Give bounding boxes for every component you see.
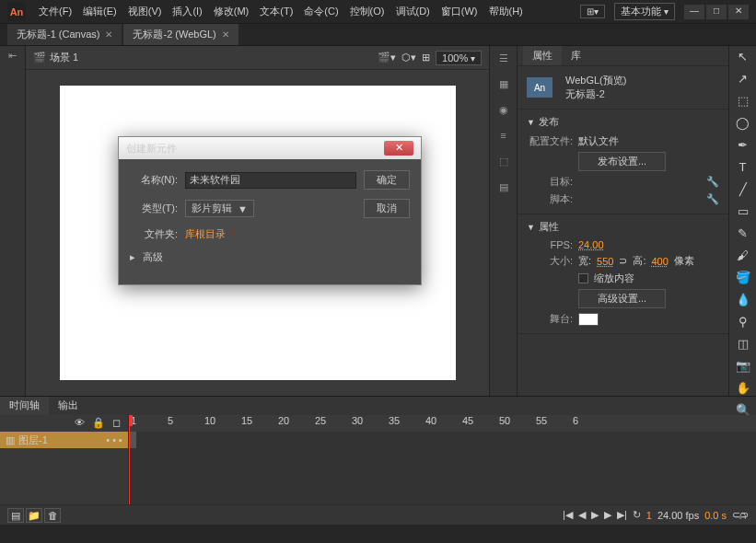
layer-row[interactable]: ▥ 图层-1 • • ▪ bbox=[0, 432, 128, 448]
swatches-icon[interactable]: ▦ bbox=[495, 75, 512, 92]
stage-color-swatch[interactable] bbox=[578, 313, 599, 326]
frame-ruler[interactable]: 15101520253035404550556 bbox=[129, 415, 756, 432]
symbol-type-select[interactable]: 影片剪辑▼ bbox=[185, 200, 254, 217]
outline-icon[interactable]: ◻ bbox=[112, 417, 121, 430]
advanced-toggle[interactable]: 高级 bbox=[143, 250, 163, 264]
ink-tool-icon[interactable]: 💧 bbox=[735, 293, 751, 306]
properties-panel: 属性 库 An WebGL(预览) 无标题-2 ▼发布 配置文件:默认文件 发布… bbox=[517, 46, 728, 396]
workspace-selector[interactable]: 基本功能 ▾ bbox=[614, 3, 675, 20]
wrench-icon[interactable]: 🔧 bbox=[706, 176, 719, 188]
minimize-button[interactable]: — bbox=[684, 5, 704, 19]
symbol-icon[interactable]: ⬡▾ bbox=[401, 52, 416, 64]
components-icon[interactable]: ▤ bbox=[495, 179, 512, 195]
delete-layer-button[interactable]: 🗑 bbox=[44, 508, 61, 523]
selection-tool-icon[interactable]: ↖ bbox=[735, 50, 751, 64]
eyedropper-tool-icon[interactable]: ⚲ bbox=[735, 315, 751, 329]
menu-insert[interactable]: 插入(I) bbox=[169, 3, 205, 20]
lock-icon[interactable]: 🔒 bbox=[92, 417, 105, 430]
menu-file[interactable]: 文件(F) bbox=[35, 3, 76, 20]
line-tool-icon[interactable]: ╱ bbox=[735, 182, 751, 196]
color-icon[interactable]: ◉ bbox=[495, 101, 512, 118]
advanced-settings-button[interactable]: 高级设置... bbox=[578, 289, 666, 308]
collapse-icon[interactable]: ▼ bbox=[527, 223, 535, 232]
height-input[interactable]: 400 bbox=[651, 256, 668, 267]
scale-checkbox[interactable] bbox=[578, 273, 588, 283]
mid-toolbar: ☰ ▦ ◉ ≡ ⬚ ▤ bbox=[489, 46, 517, 396]
tab-timeline[interactable]: 时间轴 bbox=[0, 397, 49, 415]
menu-control[interactable]: 控制(O) bbox=[346, 3, 389, 20]
frame-track[interactable] bbox=[129, 432, 756, 448]
keyframe[interactable] bbox=[129, 432, 136, 448]
close-icon[interactable]: ✕ bbox=[105, 29, 112, 40]
align-icon[interactable]: ☰ bbox=[495, 50, 512, 66]
tab-doc1[interactable]: 无标题-1 (Canvas)✕ bbox=[7, 24, 122, 45]
create-symbol-dialog: 创建新元件 ✕ 名称(N): 确定 类型(T): 影片剪辑▼ 取消 文件夹: 库… bbox=[118, 136, 422, 285]
search-icon[interactable]: ⊞▾ bbox=[580, 5, 605, 18]
edit-scene-icon[interactable]: 🎬▾ bbox=[378, 52, 396, 64]
width-input[interactable]: 550 bbox=[597, 256, 613, 267]
ok-button[interactable]: 确定 bbox=[364, 170, 410, 190]
fps-input[interactable]: 24.00 bbox=[578, 239, 604, 250]
rectangle-tool-icon[interactable]: ▭ bbox=[735, 204, 751, 218]
tools-panel: ↖ ↗ ⬚ ◯ ✒ T ╱ ▭ ✎ 🖌 🪣 💧 ⚲ ◫ 📷 ✋ 🔍 ✎ ▬ ⇄ … bbox=[728, 46, 756, 396]
menu-view[interactable]: 视图(V) bbox=[124, 3, 166, 20]
playhead[interactable] bbox=[129, 415, 130, 504]
frames-area[interactable]: 15101520253035404550556 bbox=[129, 415, 756, 504]
onion-skin-button[interactable]: ⊂⊃ bbox=[732, 509, 749, 521]
tab-library[interactable]: 库 bbox=[562, 46, 590, 65]
menu-modify[interactable]: 修改(M) bbox=[210, 3, 253, 20]
menu-text[interactable]: 文本(T) bbox=[256, 3, 297, 20]
frame-indicator[interactable]: 1 bbox=[646, 510, 652, 521]
prev-frame-button[interactable]: ◀ bbox=[578, 509, 586, 521]
publish-settings-button[interactable]: 发布设置... bbox=[578, 152, 666, 171]
tab-output[interactable]: 输出 bbox=[49, 397, 87, 415]
folder-label: 文件夹: bbox=[130, 227, 178, 241]
window-controls: ⊞▾ 基本功能 ▾ — □ ✕ bbox=[580, 3, 749, 20]
collapse-icon[interactable]: ⇤ bbox=[8, 50, 17, 62]
info-icon[interactable]: ≡ bbox=[495, 127, 512, 144]
hand-tool-icon[interactable]: ✋ bbox=[735, 381, 751, 395]
eraser-tool-icon[interactable]: ◫ bbox=[735, 337, 751, 351]
maximize-button[interactable]: □ bbox=[706, 5, 727, 19]
close-button[interactable]: ✕ bbox=[728, 5, 749, 19]
next-frame-button[interactable]: ▶ bbox=[604, 509, 611, 521]
pencil-tool-icon[interactable]: ✎ bbox=[735, 226, 751, 240]
brush-tool-icon[interactable]: 🖌 bbox=[735, 248, 751, 262]
lasso-tool-icon[interactable]: ◯ bbox=[735, 116, 751, 130]
dialog-close-button[interactable]: ✕ bbox=[384, 141, 413, 156]
play-button[interactable]: ▶ bbox=[591, 509, 599, 521]
menu-debug[interactable]: 调试(D) bbox=[392, 3, 434, 20]
transform-tool-icon[interactable]: ⬚ bbox=[735, 94, 751, 108]
zoom-selector[interactable]: 100% ▾ bbox=[436, 51, 482, 65]
loop-button[interactable]: ↻ bbox=[633, 509, 641, 521]
folder-link[interactable]: 库根目录 bbox=[185, 227, 226, 241]
layer-name[interactable]: 图层-1 bbox=[18, 433, 48, 447]
dialog-titlebar[interactable]: 创建新元件 ✕ bbox=[119, 137, 421, 159]
pen-tool-icon[interactable]: ✒ bbox=[735, 138, 751, 152]
new-folder-button[interactable]: 📁 bbox=[26, 508, 42, 523]
link-icon[interactable]: ⊃ bbox=[619, 255, 627, 267]
scene-name[interactable]: 场景 1 bbox=[50, 51, 78, 64]
eye-icon[interactable]: 👁 bbox=[75, 417, 85, 430]
collapse-icon[interactable]: ▼ bbox=[527, 118, 535, 127]
text-tool-icon[interactable]: T bbox=[735, 160, 751, 174]
first-frame-button[interactable]: |◀ bbox=[563, 509, 573, 521]
menu-window[interactable]: 窗口(W) bbox=[437, 3, 482, 20]
wrench-icon[interactable]: 🔧 bbox=[706, 193, 719, 205]
menu-edit[interactable]: 编辑(E) bbox=[79, 3, 121, 20]
last-frame-button[interactable]: ▶| bbox=[617, 509, 627, 521]
camera-tool-icon[interactable]: 📷 bbox=[735, 359, 751, 373]
center-icon[interactable]: ⊞ bbox=[422, 52, 430, 64]
symbol-name-input[interactable] bbox=[185, 172, 356, 189]
menu-help[interactable]: 帮助(H) bbox=[485, 3, 527, 20]
transform-icon[interactable]: ⬚ bbox=[495, 153, 512, 169]
cancel-button[interactable]: 取消 bbox=[364, 199, 410, 218]
tab-doc2[interactable]: 无标题-2 (WebGL)✕ bbox=[123, 24, 238, 45]
left-gutter: ⇤ bbox=[0, 46, 26, 396]
subselection-tool-icon[interactable]: ↗ bbox=[735, 72, 751, 86]
bucket-tool-icon[interactable]: 🪣 bbox=[735, 271, 751, 284]
new-layer-button[interactable]: ▤ bbox=[7, 508, 24, 523]
tab-properties[interactable]: 属性 bbox=[523, 46, 562, 65]
close-icon[interactable]: ✕ bbox=[222, 29, 229, 40]
menu-commands[interactable]: 命令(C) bbox=[300, 3, 342, 20]
